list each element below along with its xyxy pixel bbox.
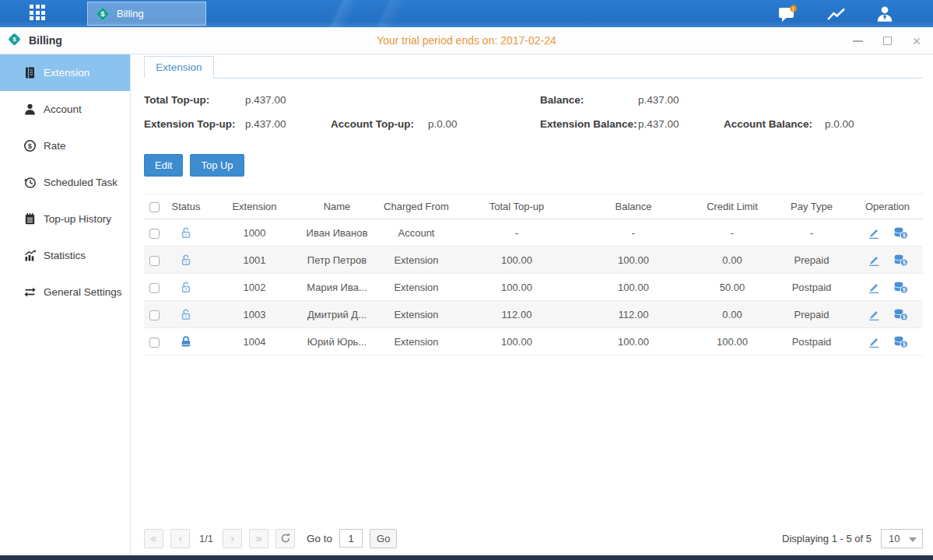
header-extension: Extension <box>208 194 301 219</box>
top-up-button[interactable]: Top Up <box>190 154 244 177</box>
cell-name: Юрий Юрь... <box>301 328 373 355</box>
topup-icon[interactable]: $ <box>893 253 908 267</box>
row-checkbox-cell <box>144 247 164 274</box>
edit-button[interactable]: Edit <box>144 154 183 177</box>
cell-balance: - <box>573 219 693 247</box>
sidebar-item-rate[interactable]: $ Rate <box>0 128 130 164</box>
window-controls: × <box>852 27 922 54</box>
sidebar-item-label: General Settings <box>44 286 122 298</box>
row-checkbox[interactable] <box>149 256 160 266</box>
balance-summary: Total Top-up: p.437.00 Balance: p.437.00… <box>144 91 923 142</box>
cell-charged-from: Extension <box>373 274 460 301</box>
status-cell <box>164 301 208 328</box>
account-balance-label: Account Balance: <box>724 118 812 130</box>
person-icon <box>23 103 37 117</box>
svg-text:$: $ <box>903 260 906 266</box>
minimize-icon[interactable] <box>852 36 863 47</box>
row-checkbox[interactable] <box>149 229 160 239</box>
cell-extension: 1004 <box>208 328 301 355</box>
refresh-icon[interactable] <box>275 529 295 548</box>
operation-cell: $ <box>852 219 923 247</box>
page-size-value: 10 <box>889 533 900 544</box>
table-header-row: Status Extension Name Charged From Total… <box>144 194 923 219</box>
account-topup-label: Account Top-up: <box>331 118 414 130</box>
select-all-checkbox[interactable] <box>149 202 160 212</box>
topup-icon[interactable]: $ <box>893 307 908 321</box>
cell-name: Иван Иванов <box>301 219 373 247</box>
edit-icon[interactable] <box>867 280 881 294</box>
row-checkbox[interactable] <box>149 338 160 348</box>
edit-icon[interactable] <box>867 307 881 321</box>
page-size-select[interactable]: 10 <box>881 529 923 548</box>
topup-icon[interactable]: $ <box>893 334 908 348</box>
header-charged-from: Charged From <box>373 194 460 219</box>
cell-name: Мария Ива... <box>301 274 373 301</box>
sidebar-item-extension[interactable]: Extension <box>0 54 130 91</box>
topup-icon[interactable]: $ <box>893 280 908 294</box>
tab-bar: Extension <box>144 56 923 79</box>
lock-closed-icon[interactable] <box>179 334 193 348</box>
cell-charged-from: Extension <box>373 247 460 274</box>
main-panel: Extension Total Top-up: p.437.00 Balance… <box>131 54 933 555</box>
operation-cell: $ <box>852 301 923 328</box>
billing-app-icon: $ <box>95 6 110 22</box>
first-page-button[interactable]: « <box>144 529 163 548</box>
status-cell <box>164 219 208 247</box>
statistics-trend-icon[interactable] <box>826 4 847 24</box>
tab-extension[interactable]: Extension <box>144 56 214 79</box>
header-balance: Balance <box>573 194 693 219</box>
lock-open-icon[interactable] <box>179 226 193 240</box>
sidebar-item-scheduled-task[interactable]: Scheduled Task <box>0 164 130 201</box>
svg-text:$: $ <box>100 9 105 18</box>
next-page-button[interactable]: › <box>223 529 242 548</box>
svg-text:$: $ <box>12 36 16 43</box>
extension-topup-value: p.437.00 <box>245 118 286 130</box>
edit-icon[interactable] <box>867 253 881 267</box>
lock-open-icon[interactable] <box>179 307 193 321</box>
row-checkbox[interactable] <box>149 310 160 320</box>
row-checkbox-cell <box>144 328 164 355</box>
content-area: Extension Account $ Rate <box>0 54 933 555</box>
trial-notice: Your trial period ends on: 2017-02-24 <box>377 34 556 47</box>
prev-page-button[interactable]: ‹ <box>170 529 190 548</box>
messages-icon[interactable]: ! <box>777 4 799 24</box>
last-page-button[interactable]: » <box>249 529 268 548</box>
edit-icon[interactable] <box>867 226 881 240</box>
topup-icon[interactable]: $ <box>893 226 908 240</box>
header-credit-limit: Credit Limit <box>693 194 771 219</box>
app-grid-icon[interactable] <box>30 5 48 23</box>
goto-page-input[interactable] <box>339 529 363 548</box>
sidebar-item-label: Statistics <box>44 250 86 261</box>
lock-open-icon[interactable] <box>179 253 193 267</box>
title-bar: $ Billing Your trial period ends on: 201… <box>0 27 933 54</box>
sidebar-item-account[interactable]: Account <box>0 91 130 128</box>
cell-balance: 112.00 <box>573 301 693 328</box>
cell-total-topup: 100.00 <box>460 247 573 274</box>
top-bar: $ Billing ! <box>0 0 933 27</box>
page-indicator: 1/1 <box>197 533 216 544</box>
cell-charged-from: Extension <box>373 328 460 355</box>
user-icon[interactable] <box>874 4 896 24</box>
sidebar-item-general-settings[interactable]: General Settings <box>0 274 130 310</box>
header-name: Name <box>301 194 373 219</box>
table-row: 1001Петр ПетровExtension100.00100.000.00… <box>144 247 923 274</box>
bottom-edge-strip <box>0 555 933 560</box>
cell-pay-type: Prepaid <box>771 247 852 274</box>
maximize-icon[interactable] <box>882 36 893 47</box>
sidebar-item-statistics[interactable]: Statistics <box>0 237 130 274</box>
sidebar-item-topup-history[interactable]: Top-up History <box>0 201 130 237</box>
row-checkbox[interactable] <box>149 283 160 293</box>
operation-cell: $ <box>852 274 923 301</box>
cell-balance: 100.00 <box>573 274 693 301</box>
extension-balance-value: p.437.00 <box>638 118 679 130</box>
bar-chart-icon <box>23 249 37 263</box>
go-button[interactable]: Go <box>370 529 397 548</box>
close-icon[interactable]: × <box>911 36 922 47</box>
extension-topup-label: Extension Top-up: <box>144 118 236 130</box>
topbar-tab-billing[interactable]: $ Billing <box>87 2 206 26</box>
cell-pay-type: Postpaid <box>771 328 852 355</box>
lock-open-icon[interactable] <box>179 280 193 294</box>
table-row: 1004Юрий Юрь...Extension100.00100.00100.… <box>144 328 923 355</box>
notepad-icon <box>23 212 37 226</box>
edit-icon[interactable] <box>867 334 881 348</box>
